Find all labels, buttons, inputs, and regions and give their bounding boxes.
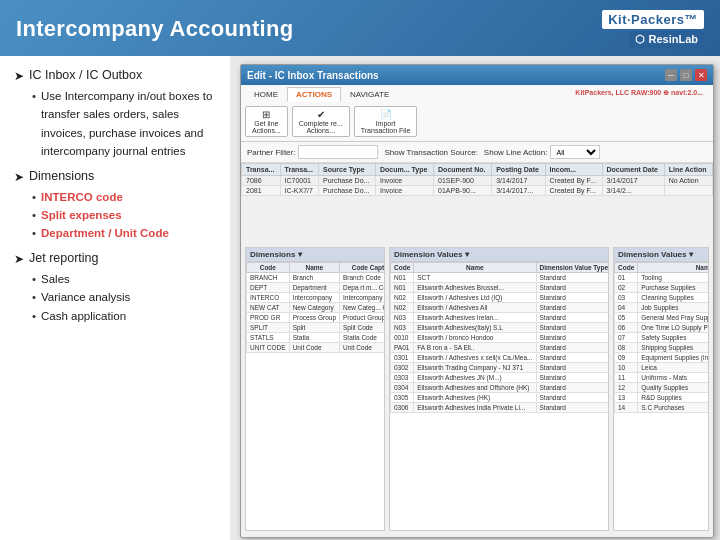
dim-values1-header: Dimension Values ▾ xyxy=(390,248,608,262)
table-row[interactable]: STATLSStatlaStatla Code xyxy=(247,333,385,343)
dim-values2-title: Dimension Values ▾ xyxy=(618,250,693,259)
cell: Ellsworth Adhesives Irelan... xyxy=(414,313,536,323)
table-row[interactable]: 07Safety SuppliesStandard xyxy=(615,333,709,343)
cell: One Time LO Supply Purchase xyxy=(638,323,708,333)
cell: Ellsworth Trading Company - NJ 371 xyxy=(414,363,536,373)
cell: PA01 xyxy=(391,343,414,353)
cell: N03 xyxy=(391,313,414,323)
cell: 07 xyxy=(615,333,638,343)
cell: Standard xyxy=(536,293,608,303)
table-row[interactable]: 02Purchase SuppliesStandard xyxy=(615,283,709,293)
table-row[interactable]: 06One Time LO Supply PurchaseStandard xyxy=(615,323,709,333)
tab-navigate[interactable]: NAVIGATE xyxy=(341,87,398,102)
dimensions-table-scroll[interactable]: Code Name Code Caption BRANCHBranchBranc… xyxy=(246,262,384,528)
cell: Ellsworth Adhesives Brussel... xyxy=(414,283,536,293)
app-title: Edit - IC Inbox Transactions xyxy=(247,70,379,81)
table-row[interactable]: 7086 IC70001 Purchase Do... Invoice 01SE… xyxy=(242,176,713,186)
table-row[interactable]: 04Job SuppliesStandard xyxy=(615,303,709,313)
dim-values2-scroll[interactable]: Code Name Dimension Value Type 01Tooling… xyxy=(614,262,708,528)
section3-title: Jet reporting xyxy=(29,251,98,265)
get-line-icon: ⊞ xyxy=(252,109,281,120)
table-row[interactable]: N02Ellsworth / Adhesives Ltd (IQ)Standar… xyxy=(391,293,609,303)
maximize-button[interactable]: □ xyxy=(680,69,692,81)
cell: Process Group xyxy=(289,313,339,323)
table-row[interactable]: 0304Ellsworth Adhesives and Offshore (HK… xyxy=(391,383,609,393)
cell: Standard xyxy=(536,283,608,293)
tab-home[interactable]: HOME xyxy=(245,87,287,102)
ribbon-btn-get-line[interactable]: ⊞ Get line Actions... xyxy=(245,106,288,137)
table-row[interactable]: N03Ellsworth Adhesives(Italy) S.LStandar… xyxy=(391,323,609,333)
table-row[interactable]: 0010Ellsworth / bronco HondooStandard001… xyxy=(391,333,609,343)
table-row[interactable]: 12Quality SuppliesStandard xyxy=(615,383,709,393)
table-row[interactable]: 01ToolingStandard xyxy=(615,273,709,283)
cell: Ellsworth Adhesives (HK) xyxy=(414,393,536,403)
cell: DEPT xyxy=(247,283,290,293)
table-row[interactable]: 0305Ellsworth Adhesives (HK)Standard xyxy=(391,393,609,403)
table-row[interactable]: INTERCOIntercompanyIntercompany Code xyxy=(247,293,385,303)
table-row[interactable]: 09Equipment Supplies (including new equi… xyxy=(615,353,709,363)
cell: 01APB-90... xyxy=(434,186,492,196)
table-row[interactable]: 10LeicaStandard xyxy=(615,363,709,373)
table-row[interactable]: 11Uniforms - MatsStandard xyxy=(615,373,709,383)
table-row[interactable]: NEW CATNew CategoryNew Categ... Code xyxy=(247,303,385,313)
table-row[interactable]: 03Cleaning SuppliesStandard xyxy=(615,293,709,303)
cell: Ellsworth Adhesives and Offshore (HK) xyxy=(414,383,536,393)
cell: Statla xyxy=(289,333,339,343)
import-icon: 📄 xyxy=(361,109,411,120)
table-row[interactable]: N01Ellsworth Adhesives Brussel...Standar… xyxy=(391,283,609,293)
table-row[interactable]: 2081 IC-KX7/7 Purchase Do... Invoice 01A… xyxy=(242,186,713,196)
minimize-button[interactable]: ─ xyxy=(665,69,677,81)
partner-filter-input[interactable] xyxy=(298,145,378,159)
table-row[interactable]: 0306Ellsworth Adhesives India Private Li… xyxy=(391,403,609,413)
tab-actions[interactable]: ACTIONS xyxy=(287,87,341,102)
table-row[interactable]: PROD GRProcess GroupProduct Group Code xyxy=(247,313,385,323)
table-row[interactable]: N01SCTStandardN01 xyxy=(391,273,609,283)
table-row[interactable]: 0303Ellsworth Adhesives JN (M...)Standar… xyxy=(391,373,609,383)
cell: Shipping Supplies xyxy=(638,343,708,353)
cell: Standard xyxy=(536,303,608,313)
section2-item1: • INTERCO code xyxy=(32,188,216,206)
cell: FA B ron a - SA Ell.. xyxy=(414,343,536,353)
table-row[interactable]: UNIT CODEUnit CodeUnit Code xyxy=(247,343,385,353)
table-row[interactable]: 0302Ellsworth Trading Company - NJ 371St… xyxy=(391,363,609,373)
close-button[interactable]: ✕ xyxy=(695,69,707,81)
cell: Ellsworth Adhesives India Private Li... xyxy=(414,403,536,413)
dv1-col-name: Name xyxy=(414,263,536,273)
col-doc-date: Document Date xyxy=(602,164,664,176)
ribbon-btn-complete[interactable]: ✔ Complete re... Actions... xyxy=(292,106,350,137)
table-row[interactable]: N03Ellsworth Adhesives Irelan...Standard xyxy=(391,313,609,323)
col-transa1: Transa... xyxy=(242,164,281,176)
ribbon: HOME ACTIONS NAVIGATE KitPackers, LLC RA… xyxy=(241,85,713,142)
dim-col-code: Code xyxy=(247,263,290,273)
kitpackers-text: Kit·Packers™ xyxy=(608,12,698,27)
cell: Standard xyxy=(536,343,608,353)
section2-item2-text: Split expenses xyxy=(41,206,122,224)
section1-content: • Use Intercompany in/out boxes to trans… xyxy=(14,87,216,161)
col-docum-type: Docum... Type xyxy=(376,164,434,176)
dim-values1-scroll[interactable]: Code Name Dimension Value Type Maps to I… xyxy=(390,262,608,528)
cell: 0306 xyxy=(391,403,414,413)
col-source-type: Source Type xyxy=(319,164,376,176)
table-row[interactable]: 08Shipping SuppliesStandard xyxy=(615,343,709,353)
table-row[interactable]: 05General Med Fray SuppliesStandard xyxy=(615,313,709,323)
cell: Standard xyxy=(536,313,608,323)
cell: 04 xyxy=(615,303,638,313)
section-jet-reporting: ➤ Jet reporting • Sales • Variance analy… xyxy=(14,251,216,325)
dv1-tbody: N01SCTStandardN01N01Ellsworth Adhesives … xyxy=(391,273,609,413)
ribbon-btn-import[interactable]: 📄 Import Transaction File xyxy=(354,106,418,137)
table-row[interactable]: PA01FA B ron a - SA Ell..Standard xyxy=(391,343,609,353)
table-row[interactable]: DEPTDepartmentDepa rt m... Code xyxy=(247,283,385,293)
dv2-header-row: Code Name Dimension Value Type xyxy=(615,263,709,273)
cell: STATLS xyxy=(247,333,290,343)
table-row[interactable]: N02Ellsworth / Adhesives AllStandardN02 xyxy=(391,303,609,313)
table-row[interactable]: 14S.C PurchasesStandard xyxy=(615,403,709,413)
action-filter-select[interactable]: All xyxy=(550,145,600,159)
table-body: 7086 IC70001 Purchase Do... Invoice 01SE… xyxy=(242,176,713,196)
cell: 3/14/2017 xyxy=(602,176,664,186)
cell: 11 xyxy=(615,373,638,383)
table-row[interactable]: 0301Ellsworth / Adhesives x sell(x Ca./M… xyxy=(391,353,609,363)
table-row[interactable]: 13R&D SuppliesStandard xyxy=(615,393,709,403)
table-row[interactable]: SPLITSplitSplit Code xyxy=(247,323,385,333)
table-row[interactable]: BRANCHBranchBranch Code xyxy=(247,273,385,283)
cell: N01 xyxy=(391,273,414,283)
